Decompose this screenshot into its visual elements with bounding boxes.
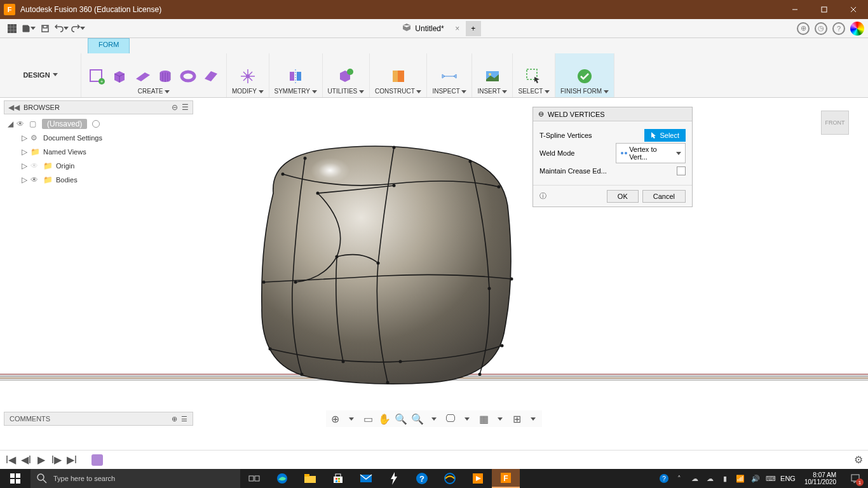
quadball-icon[interactable] [201,66,221,86]
pan-icon[interactable]: ✋ [377,412,392,426]
orbit-icon[interactable]: ⊕ [327,412,342,426]
cloud-icon[interactable]: ☁ [704,473,715,484]
notification-center-icon[interactable]: 1 [845,469,865,488]
look-at-icon[interactable]: ▭ [360,412,376,426]
clock[interactable]: 8:07 AM 10/11/2020 [799,471,841,485]
tree-item-named-views[interactable]: ▷ 📁 Named Views [4,145,193,159]
zoom-window-icon[interactable]: 🔍 [410,412,425,426]
dialog-collapse-icon[interactable]: ⊖ [538,110,544,118]
workspace-switcher[interactable]: DESIGN [0,53,81,97]
visibility-icon[interactable]: 👁 [31,175,41,184]
select-button[interactable]: Select [644,129,686,142]
comments-menu-icon[interactable]: ☰ [181,415,187,423]
zoom-dropdown-icon[interactable] [426,412,442,426]
construct-label[interactable]: CONSTRUCT [375,88,415,95]
visibility-icon[interactable]: 👁 [31,161,41,170]
dialog-header[interactable]: ⊖ WELD VERTICES [533,107,692,121]
timeline-back-icon[interactable]: ◀I [20,454,32,466]
create-label[interactable]: CREATE [138,88,163,95]
tray-chevron-icon[interactable]: ˄ [674,473,685,484]
timeline-end-icon[interactable]: ▶I [66,454,78,466]
tree-item-origin[interactable]: ▷ 👁 📁 Origin [4,159,193,173]
timeline-forward-icon[interactable]: I▶ [51,454,62,466]
timeline-settings-icon[interactable]: ⚙ [854,454,863,466]
redo-icon[interactable] [70,21,86,36]
extensions-icon[interactable]: ⊕ [797,22,810,35]
view-cube[interactable]: FRONT [818,104,853,139]
symmetry-icon[interactable] [285,66,306,86]
edit-form-icon[interactable] [238,66,258,86]
volume-icon[interactable]: 🔊 [750,473,761,484]
battery-icon[interactable]: ▮ [719,473,731,484]
close-tab-icon[interactable]: × [452,23,463,34]
form-tab[interactable]: FORM [88,38,130,53]
explorer-icon[interactable] [296,469,324,488]
torus-icon[interactable] [178,66,198,86]
zoom-icon[interactable]: 🔍 [393,412,409,426]
tray-help-icon[interactable]: ? [658,473,670,484]
model-canvas[interactable] [235,130,527,396]
cylinder-icon[interactable] [155,66,175,86]
user-avatar[interactable] [850,22,864,36]
tree-root[interactable]: ◢ 👁 ▢ (Unsaved) [4,117,193,131]
expand-icon[interactable]: ▷ [20,161,28,170]
new-tab-button[interactable]: + [466,21,481,36]
sketch-icon[interactable]: + [86,66,107,86]
grid-dropdown-icon[interactable] [492,412,508,426]
ie-icon[interactable] [436,469,464,488]
document-tab[interactable]: Untitled* [397,23,449,34]
plane-icon[interactable] [132,66,153,86]
timeline-feature-marker[interactable] [92,454,103,466]
mail-icon[interactable] [352,469,380,488]
expand-icon[interactable]: ▷ [20,133,28,142]
task-view-icon[interactable] [240,469,268,488]
finish-form-icon[interactable] [574,66,595,86]
file-menu-icon[interactable] [20,21,37,36]
inspect-icon[interactable] [439,66,459,86]
finish-label[interactable]: FINISH FORM [560,88,602,95]
modify-label[interactable]: MODIFY [232,88,257,95]
tree-item-bodies[interactable]: ▷ 👁 📁 Bodies [4,173,193,187]
symmetry-label[interactable]: SYMMETRY [275,88,310,95]
box-icon[interactable] [109,66,130,86]
wifi-icon[interactable]: 📶 [735,473,746,484]
weldmode-dropdown[interactable]: Vertex to Vert... [616,143,686,163]
job-status-icon[interactable]: ◷ [815,22,827,35]
select-label[interactable]: SELECT [518,88,543,95]
timeline-play-icon[interactable]: ▶ [36,454,47,466]
keyboard-icon[interactable]: ⌨ [765,473,776,484]
comments-plus-icon[interactable]: ⊕ [172,415,177,423]
grid-icon[interactable] [4,21,20,36]
select-icon[interactable] [524,66,544,86]
activate-radio[interactable] [92,120,100,128]
fusion-app-icon[interactable]: F [492,469,520,488]
info-icon[interactable]: ⓘ [539,191,550,201]
expand-icon[interactable]: ◢ [6,119,14,128]
start-button[interactable] [0,469,31,488]
inspect-label[interactable]: INSPECT [432,88,459,95]
expand-icon[interactable]: ▷ [20,175,28,184]
visibility-icon[interactable]: 👁 [17,119,27,128]
construct-icon[interactable] [388,66,409,86]
viewport-dropdown-icon[interactable] [526,412,541,426]
insert-label[interactable]: INSERT [477,88,500,95]
orbit-dropdown-icon[interactable] [344,412,359,426]
comments-panel[interactable]: COMMENTS ⊕ ☰ [4,412,193,426]
viewport-icon[interactable]: ⊞ [509,412,524,426]
tree-item-document-settings[interactable]: ▷ ⚙ Document Settings [4,131,193,145]
ok-button[interactable]: OK [607,190,639,203]
cancel-button[interactable]: Cancel [642,190,686,203]
undo-icon[interactable] [53,21,70,36]
help-icon[interactable]: ? [832,22,845,35]
browser-settings-icon[interactable]: ☰ [182,103,189,112]
media-player-icon[interactable] [464,469,492,488]
expand-icon[interactable]: ▷ [20,147,28,156]
maintain-checkbox[interactable] [677,166,686,175]
taskbar-search[interactable]: Type here to search [31,469,240,488]
display-dropdown-icon[interactable] [459,412,475,426]
timeline-start-icon[interactable]: I◀ [5,454,17,466]
grid-settings-icon[interactable]: ▦ [476,412,491,426]
browser-minus-icon[interactable]: ⊖ [172,103,178,112]
minimize-button[interactable] [780,0,810,19]
utilities-icon[interactable] [336,66,356,86]
